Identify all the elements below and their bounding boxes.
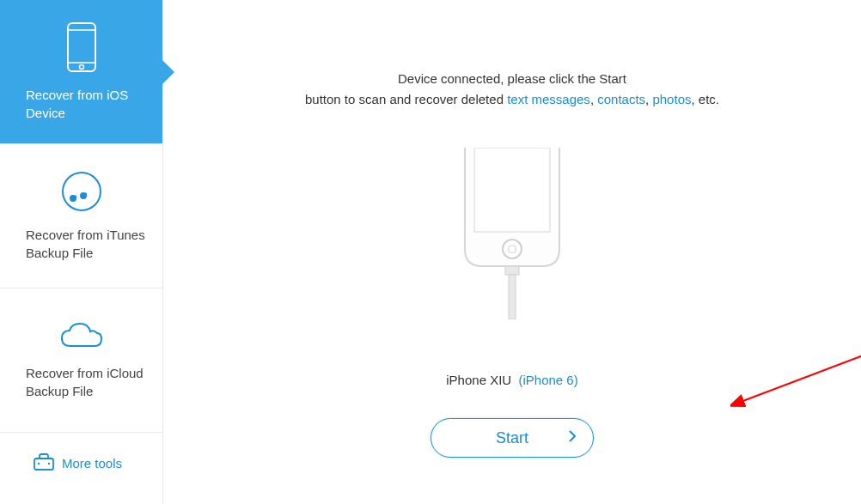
- device-illustration: [452, 148, 572, 323]
- sidebar-item-label: Recover from iOS Device: [9, 87, 154, 122]
- svg-point-3: [79, 65, 83, 70]
- link-contacts[interactable]: contacts: [597, 92, 645, 106]
- device-name-row: iPhone XIU (iPhone 6): [446, 373, 577, 387]
- sidebar-item-label: More tools: [62, 455, 122, 472]
- start-button-label: Start: [496, 429, 528, 447]
- link-photos[interactable]: photos: [652, 92, 691, 106]
- main-panel: Device connected, please click the Start…: [163, 0, 861, 504]
- instruction-line2: button to scan and recover deleted text …: [305, 89, 719, 110]
- chevron-right-icon: [567, 429, 577, 447]
- svg-rect-12: [509, 275, 516, 319]
- svg-rect-11: [505, 266, 519, 275]
- instruction-text: Device connected, please click the Start…: [305, 69, 719, 110]
- device-name: iPhone XIU: [446, 373, 511, 387]
- svg-point-6: [38, 463, 40, 465]
- link-text-messages[interactable]: text messages: [507, 92, 590, 106]
- svg-point-7: [48, 463, 50, 465]
- start-button[interactable]: Start: [430, 418, 594, 458]
- svg-rect-8: [474, 148, 550, 232]
- sidebar-item-more-tools[interactable]: More tools: [0, 433, 162, 495]
- sidebar-item-icloud[interactable]: Recover from iCloud Backup File: [0, 288, 162, 433]
- annotation-arrow: [730, 342, 861, 422]
- sidebar-item-ios-device[interactable]: Recover from iOS Device: [0, 0, 162, 144]
- sidebar: Recover from iOS Device Recover from iTu…: [0, 0, 163, 504]
- svg-line-14: [741, 350, 861, 402]
- cloud-icon: [58, 320, 106, 355]
- svg-point-4: [63, 173, 101, 210]
- svg-rect-5: [34, 458, 53, 470]
- instruction-line1: Device connected, please click the Start: [305, 69, 719, 89]
- sidebar-item-label: Recover from iCloud Backup File: [9, 365, 154, 400]
- toolbox-icon: [33, 452, 55, 475]
- svg-point-9: [503, 240, 522, 258]
- phone-icon: [66, 21, 97, 76]
- device-model: (iPhone 6): [519, 373, 578, 387]
- sidebar-item-label: Recover from iTunes Backup File: [9, 227, 154, 262]
- itunes-icon: [60, 170, 103, 216]
- sidebar-item-itunes[interactable]: Recover from iTunes Backup File: [0, 144, 162, 288]
